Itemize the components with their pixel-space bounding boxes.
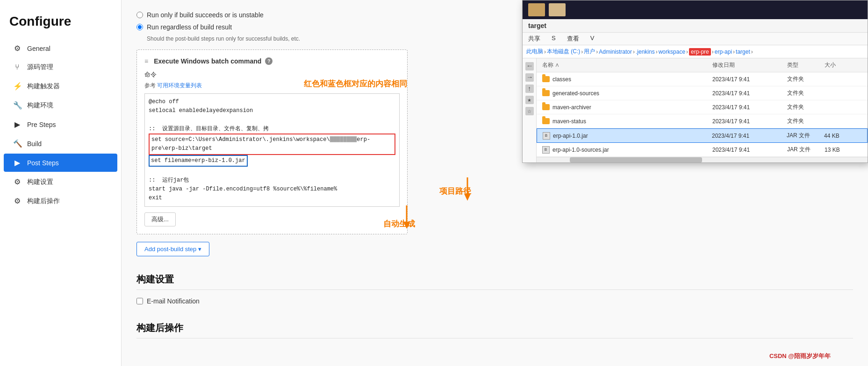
fe-scrollbar-thumb bbox=[570, 157, 702, 162]
sidebar-item-build[interactable]: 🔨 Build bbox=[4, 134, 117, 153]
build-icon: 🔨 bbox=[13, 139, 22, 148]
fe-list-header: 名称 ∧ 修改日期 类型 大小 bbox=[537, 58, 868, 72]
file-type-erp-api-jar: JAR 文件 bbox=[787, 132, 824, 140]
code-line-4: :: 设置源目录、目标目录、文件名、复制、拷 bbox=[149, 125, 395, 134]
col-name[interactable]: 名称 ∧ bbox=[542, 61, 712, 69]
file-type-classes: 文件夹 bbox=[787, 75, 825, 83]
main-content: Run only if build succeeds or is unstabl… bbox=[122, 0, 868, 366]
radio-run-regardless-label: Run regardless of build result bbox=[147, 23, 232, 31]
file-name-generated: generated-sources bbox=[542, 90, 712, 97]
sidebar-label-post-build: 构建后操作 bbox=[27, 197, 60, 205]
nav-icon-1[interactable]: ⭠ bbox=[525, 62, 534, 70]
file-type-maven-status: 文件夹 bbox=[787, 117, 825, 125]
col-type[interactable]: 类型 bbox=[787, 61, 825, 69]
general-icon: ⚙ bbox=[13, 44, 22, 53]
sidebar-item-general[interactable]: ⚙ General bbox=[4, 39, 117, 57]
nav-icon-2[interactable]: ⭢ bbox=[525, 73, 534, 82]
breadcrumb-jenkins[interactable]: .jenkins bbox=[636, 49, 655, 55]
add-post-build-step-button[interactable]: Add post-build step ▾ bbox=[136, 242, 209, 256]
code-area[interactable]: @echo off setlocal enabledelayedexpansio… bbox=[144, 93, 400, 207]
sidebar-item-post-steps[interactable]: ▶ Post Steps bbox=[4, 154, 117, 172]
breadcrumb-target[interactable]: target bbox=[736, 49, 750, 55]
breadcrumb-workspace[interactable]: workspace bbox=[659, 49, 685, 55]
file-name-maven-status: maven-status bbox=[542, 118, 712, 125]
fe-thumb-2 bbox=[549, 3, 566, 16]
code-line-3 bbox=[149, 115, 395, 124]
breadcrumb-erp-api[interactable]: erp-api bbox=[715, 49, 732, 55]
env-link[interactable]: 可用环境变量列表 bbox=[157, 82, 202, 89]
file-date-generated: 2023/4/17 9:41 bbox=[712, 90, 787, 97]
fe-toolbar-v[interactable]: V bbox=[590, 35, 595, 43]
fe-toolbar-s[interactable]: S bbox=[552, 35, 556, 43]
fe-toolbar-share[interactable]: 共享 bbox=[528, 35, 540, 43]
post-build-icon: ⚙ bbox=[13, 197, 22, 205]
sidebar-item-post-build[interactable]: ⚙ 构建后操作 bbox=[4, 192, 117, 210]
sidebar-label-build-settings: 构建设置 bbox=[27, 178, 53, 186]
email-notification-checkbox[interactable] bbox=[136, 298, 143, 304]
fe-titlebar bbox=[523, 0, 868, 19]
file-explorer: target 共享 S 查看 V 此电脑 › 本地磁盘 (C:) › 用户 › … bbox=[522, 0, 868, 163]
drag-handle[interactable]: ≡ bbox=[144, 57, 148, 65]
file-row-maven-status[interactable]: maven-status 2023/4/17 9:41 文件夹 bbox=[537, 114, 868, 128]
pre-steps-icon: ▶ bbox=[13, 120, 22, 129]
sidebar-label-env: 构建环境 bbox=[27, 101, 53, 110]
file-size-erp-api-jar: 44 KB bbox=[824, 133, 861, 139]
env-icon: 🔧 bbox=[13, 101, 22, 110]
nav-icon-3[interactable]: ⭡ bbox=[525, 84, 534, 93]
code-line-5: set source=C:\Users\Administrator\.jenki… bbox=[149, 134, 395, 155]
command-block: ≡ Execute Windows batch command ? 命令 参考 … bbox=[136, 49, 408, 234]
file-row-generated-sources[interactable]: generated-sources 2023/4/17 9:41 文件夹 bbox=[537, 86, 868, 100]
col-size[interactable]: 大小 bbox=[825, 61, 862, 69]
sidebar-item-build-env[interactable]: 🔧 构建环境 bbox=[4, 96, 117, 114]
file-row-classes[interactable]: classes 2023/4/17 9:41 文件夹 bbox=[537, 72, 868, 86]
file-name-erp-api-sources: 🗎 erp-api-1.0-sources.jar bbox=[542, 146, 712, 154]
folder-icon-maven-status bbox=[542, 118, 550, 124]
radio-run-regardless[interactable] bbox=[136, 24, 143, 30]
nav-icon-4[interactable]: ★ bbox=[525, 96, 534, 104]
code-line-9: start java -jar -Dfile.encoding=utf8 %so… bbox=[149, 185, 395, 194]
file-name-classes: classes bbox=[542, 76, 712, 83]
file-row-erp-api-jar[interactable]: 🗎 erp-api-1.0.jar 2023/4/17 9:41 JAR 文件 … bbox=[537, 128, 868, 143]
help-icon[interactable]: ? bbox=[265, 57, 273, 65]
breadcrumb-pc[interactable]: 此电脑 bbox=[526, 48, 543, 56]
jar-icon-erp-api: 🗎 bbox=[543, 132, 550, 140]
sidebar: Configure ⚙ General ⑂ 源码管理 ⚡ 构建触发器 🔧 构建环… bbox=[0, 0, 122, 366]
annotation-project-path: 项目路径 bbox=[439, 186, 471, 197]
col-date[interactable]: 修改日期 bbox=[712, 61, 787, 69]
breadcrumb-c[interactable]: 本地磁盘 (C:) bbox=[547, 48, 580, 56]
fe-scrollbar[interactable] bbox=[537, 157, 868, 162]
command-header: ≡ Execute Windows batch command ? bbox=[144, 57, 400, 65]
file-name-maven-archiver: maven-archiver bbox=[542, 104, 712, 111]
sidebar-item-build-settings[interactable]: ⚙ 构建设置 bbox=[4, 173, 117, 191]
breadcrumb-erp-pre[interactable]: erp-pre bbox=[689, 48, 711, 56]
sidebar-item-build-trigger[interactable]: ⚡ 构建触发器 bbox=[4, 77, 117, 95]
file-date-classes: 2023/4/17 9:41 bbox=[712, 76, 787, 83]
email-notification-row[interactable]: E-mail Notification bbox=[136, 297, 853, 305]
fe-toolbar-view[interactable]: 查看 bbox=[567, 35, 579, 43]
sidebar-label-build: Build bbox=[27, 140, 42, 148]
fe-file-list-container: ⭠ ⭢ ⭡ ★ ☆ 名称 ∧ 修改日期 类型 大小 class bbox=[523, 58, 868, 162]
folder-icon-maven-archiver bbox=[542, 104, 550, 110]
breadcrumb-users[interactable]: 用户 bbox=[584, 48, 595, 56]
sidebar-item-pre-steps[interactable]: ▶ Pre Steps bbox=[4, 115, 117, 134]
file-type-generated: 文件夹 bbox=[787, 89, 825, 97]
build-settings-icon: ⚙ bbox=[13, 177, 22, 186]
email-notification-label: E-mail Notification bbox=[147, 297, 200, 305]
command-label: 命令 bbox=[144, 70, 400, 79]
advanced-button[interactable]: 高级... bbox=[144, 212, 176, 226]
radio-run-only[interactable] bbox=[136, 12, 143, 18]
sidebar-label-source: 源码管理 bbox=[27, 63, 53, 71]
file-row-erp-api-sources-jar[interactable]: 🗎 erp-api-1.0-sources.jar 2023/4/17 9:41… bbox=[537, 143, 868, 157]
file-type-erp-api-sources: JAR 文件 bbox=[787, 146, 825, 154]
source-icon: ⑂ bbox=[13, 63, 22, 71]
fe-breadcrumb: 此电脑 › 本地磁盘 (C:) › 用户 › Administrator › .… bbox=[523, 45, 868, 58]
file-row-maven-archiver[interactable]: maven-archiver 2023/4/17 9:41 文件夹 bbox=[537, 100, 868, 114]
sidebar-item-source[interactable]: ⑂ 源码管理 bbox=[4, 58, 117, 76]
radio-run-only-label: Run only if build succeeds or is unstabl… bbox=[147, 11, 264, 19]
blue-box-filename: set filename=erp-biz-1.0.jar bbox=[149, 155, 248, 167]
file-date-maven-archiver: 2023/4/17 9:41 bbox=[712, 104, 787, 111]
nav-icon-5[interactable]: ☆ bbox=[525, 107, 534, 115]
breadcrumb-admin[interactable]: Administrator bbox=[599, 49, 632, 55]
sidebar-label-general: General bbox=[27, 45, 50, 52]
file-type-maven-archiver: 文件夹 bbox=[787, 103, 825, 111]
